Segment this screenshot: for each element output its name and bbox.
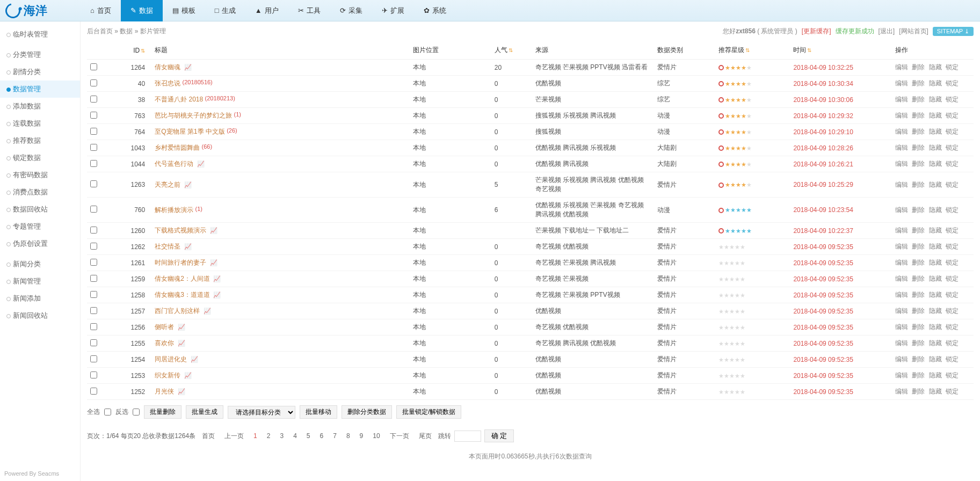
pager-jump-input[interactable] — [454, 431, 481, 442]
op-删除[interactable]: 删除 — [912, 160, 925, 167]
topnav-扩展[interactable]: ✈扩展 — [372, 0, 414, 21]
cell-star[interactable]: ★★★★★ — [715, 352, 790, 368]
title-link[interactable]: 倩女幽魂2：人间道 — [155, 275, 210, 282]
title-link[interactable]: 喜欢你 — [155, 339, 174, 347]
op-编辑[interactable]: 编辑 — [895, 181, 908, 188]
title-link[interactable]: 下载格式视频演示 — [155, 227, 206, 234]
select-all-checkbox[interactable] — [104, 409, 111, 416]
op-删除[interactable]: 删除 — [912, 96, 925, 103]
batch-批量删除[interactable]: 批量删除 — [144, 405, 182, 419]
batch-批量锁定/解锁数据[interactable]: 批量锁定/解锁数据 — [396, 405, 461, 419]
cell-star[interactable]: ★★★★★ — [715, 92, 790, 108]
op-隐藏[interactable]: 隐藏 — [929, 63, 942, 71]
cell-star[interactable]: ★★★★★ — [715, 319, 790, 336]
pager-page-8[interactable]: 8 — [343, 431, 353, 441]
title-link[interactable]: 时间旅行者的妻子 — [155, 259, 206, 266]
pager-page-2[interactable]: 2 — [264, 431, 274, 441]
pager-page-10[interactable]: 10 — [369, 431, 383, 441]
sidebar-item-数据回收站[interactable]: 数据回收站 — [0, 201, 80, 218]
topnav-工具[interactable]: ✂工具 — [288, 0, 330, 21]
batch-批量生成[interactable]: 批量生成 — [186, 405, 223, 419]
sidebar-item-分类管理[interactable]: 分类管理 — [0, 46, 80, 63]
op-编辑[interactable]: 编辑 — [895, 291, 908, 298]
pager-page-7[interactable]: 7 — [330, 431, 340, 441]
row-checkbox[interactable] — [90, 355, 97, 362]
op-编辑[interactable]: 编辑 — [895, 79, 908, 87]
op-锁定[interactable]: 锁定 — [946, 388, 959, 395]
cell-star[interactable]: ★★★★★ — [715, 336, 790, 352]
op-隐藏[interactable]: 隐藏 — [929, 112, 942, 119]
pager-page-1[interactable]: 1 — [250, 431, 260, 441]
row-checkbox[interactable] — [90, 243, 97, 250]
row-checkbox[interactable] — [90, 291, 97, 298]
op-隐藏[interactable]: 隐藏 — [929, 355, 942, 363]
op-编辑[interactable]: 编辑 — [895, 206, 908, 214]
op-编辑[interactable]: 编辑 — [895, 243, 908, 250]
op-锁定[interactable]: 锁定 — [946, 259, 959, 266]
sidebar-item-新闻添加[interactable]: 新闻添加 — [0, 290, 80, 307]
pager-next[interactable]: 下一页 — [387, 431, 412, 442]
op-锁定[interactable]: 锁定 — [946, 181, 959, 188]
crumb-link[interactable]: [退出] — [879, 27, 895, 36]
th-col-pop[interactable]: 人气⇅ — [491, 41, 532, 60]
sidebar-item-有密码数据[interactable]: 有密码数据 — [0, 166, 80, 184]
row-checkbox[interactable] — [90, 96, 97, 103]
row-checkbox[interactable] — [90, 79, 97, 86]
op-锁定[interactable]: 锁定 — [946, 160, 959, 167]
op-编辑[interactable]: 编辑 — [895, 323, 908, 331]
pager-go[interactable]: 确 定 — [484, 429, 514, 442]
title-link[interactable]: 社交情圣 — [155, 243, 180, 250]
row-checkbox[interactable] — [90, 206, 97, 213]
sitemap-button[interactable]: SITEMAP ⤓ — [933, 27, 974, 36]
op-编辑[interactable]: 编辑 — [895, 275, 908, 282]
op-锁定[interactable]: 锁定 — [946, 275, 959, 282]
op-隐藏[interactable]: 隐藏 — [929, 243, 942, 250]
op-锁定[interactable]: 锁定 — [946, 291, 959, 298]
op-隐藏[interactable]: 隐藏 — [929, 371, 942, 379]
sidebar-item-锁定数据[interactable]: 锁定数据 — [0, 149, 80, 166]
cell-star[interactable]: ★★★★★ — [715, 287, 790, 303]
sidebar-item-临时表管理[interactable]: 临时表管理 — [0, 26, 80, 43]
op-编辑[interactable]: 编辑 — [895, 128, 908, 135]
sidebar-item-消费点数据[interactable]: 消费点数据 — [0, 184, 80, 201]
title-link[interactable]: 倩女幽魂3：道道道 — [155, 291, 210, 298]
op-编辑[interactable]: 编辑 — [895, 96, 908, 103]
cell-star[interactable]: ★★★★★ — [715, 124, 790, 140]
cell-star[interactable]: ★★★★★ — [715, 384, 790, 400]
op-删除[interactable]: 删除 — [912, 388, 925, 395]
cell-star[interactable]: ★★★★★ — [715, 140, 790, 156]
op-编辑[interactable]: 编辑 — [895, 144, 908, 151]
op-删除[interactable]: 删除 — [912, 323, 925, 331]
cell-star[interactable]: ★★★★★ — [715, 255, 790, 271]
batch-删除分类数据[interactable]: 删除分类数据 — [342, 405, 392, 419]
crumb-link[interactable]: [网站首页] — [899, 27, 928, 36]
row-checkbox[interactable] — [90, 323, 97, 330]
sidebar-item-添加数据[interactable]: 添加数据 — [0, 98, 80, 115]
op-删除[interactable]: 删除 — [912, 339, 925, 347]
title-link[interactable]: 不普通八卦 2018 — [155, 96, 203, 103]
pager-page-9[interactable]: 9 — [357, 431, 367, 441]
op-隐藏[interactable]: 隐藏 — [929, 128, 942, 135]
op-删除[interactable]: 删除 — [912, 79, 925, 87]
row-checkbox[interactable] — [90, 112, 97, 119]
op-锁定[interactable]: 锁定 — [946, 96, 959, 103]
op-锁定[interactable]: 锁定 — [946, 323, 959, 331]
topnav-数据[interactable]: ✎数据 — [121, 0, 163, 21]
th-col-id[interactable]: ID⇅ — [104, 41, 152, 60]
batch-批量移动[interactable]: 批量移动 — [300, 405, 337, 419]
topnav-模板[interactable]: ▤模板 — [163, 0, 205, 21]
crumb-link[interactable]: 缓存更新成功 — [836, 27, 874, 36]
op-删除[interactable]: 删除 — [912, 112, 925, 119]
op-隐藏[interactable]: 隐藏 — [929, 323, 942, 331]
op-锁定[interactable]: 锁定 — [946, 112, 959, 119]
op-编辑[interactable]: 编辑 — [895, 307, 908, 315]
sidebar-item-新闻分类[interactable]: 新闻分类 — [0, 256, 80, 273]
title-link[interactable]: 芭比与胡桃夹子的梦幻之旅 — [155, 112, 232, 119]
topnav-采集[interactable]: ⟳采集 — [330, 0, 372, 21]
op-编辑[interactable]: 编辑 — [895, 388, 908, 395]
row-checkbox[interactable] — [90, 144, 97, 151]
sidebar-item-新闻管理[interactable]: 新闻管理 — [0, 273, 80, 290]
pager-prev[interactable]: 上一页 — [221, 431, 247, 442]
row-checkbox[interactable] — [90, 63, 97, 70]
cell-star[interactable]: ★★★★★ — [715, 303, 790, 319]
